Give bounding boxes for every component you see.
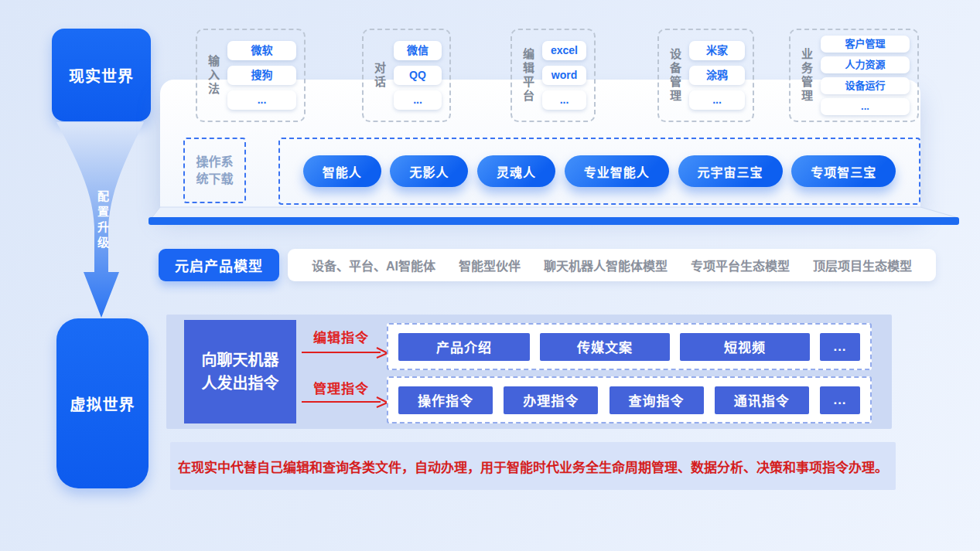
manage-command-arrow — [300, 395, 391, 409]
group-label: 对话 — [371, 62, 388, 90]
agent-pill: 灵魂人 — [477, 155, 555, 187]
group-input-method: 输入法 微软 搜狗 ... — [196, 29, 306, 122]
group-label: 设备管理 — [667, 48, 683, 104]
group-item: 米家 — [689, 41, 745, 60]
group-item: 客户管理 — [821, 36, 910, 53]
group-edit-platform: 编辑平台 excel word ... — [510, 29, 596, 122]
group-item: 微软 — [227, 41, 296, 60]
command-panel: 向聊天机器 人发出指令 编辑指令 产品介绍 传媒文案 短视频 ... 管理指令 … — [166, 315, 892, 429]
product-model-item: 智能型伙伴 — [459, 256, 521, 274]
real-world-box: 现实世界 — [52, 29, 151, 121]
group-item-more: ... — [394, 90, 442, 110]
agents-container: 智能人 无影人 灵魂人 专业智能人 元宇宙三宝 专项智三宝 — [278, 138, 920, 205]
target-button-more: ... — [820, 333, 860, 361]
edit-targets-box: 产品介绍 传媒文案 短视频 ... — [387, 323, 872, 370]
group-device-management: 设备管理 米家 涂鸦 ... — [657, 29, 754, 122]
target-button: 通讯指令 — [715, 386, 809, 414]
footer-note: 在现实中代替自己编辑和查询各类文件，自动办理，用于智能时代业务全生命周期管理、数… — [170, 442, 896, 490]
group-item: 微信 — [394, 41, 442, 60]
product-model-item: 聊天机器人智能体模型 — [544, 256, 668, 274]
group-item: 涂鸦 — [689, 66, 745, 85]
group-item: QQ — [394, 66, 442, 85]
manage-targets-box: 操作指令 办理指令 查询指令 通讯指令 ... — [387, 376, 872, 423]
upgrade-label: 配置升级 — [94, 190, 111, 252]
group-item-more: ... — [821, 98, 910, 115]
group-item: 人力资源 — [821, 56, 910, 73]
group-item: excel — [542, 41, 586, 60]
group-item-more: ... — [689, 90, 745, 110]
target-button: 办理指令 — [504, 386, 598, 414]
edit-command-arrow — [300, 345, 391, 359]
virtual-world-box: 虚拟世界 — [56, 318, 149, 488]
platform-edge — [147, 206, 964, 229]
group-label: 业务管理 — [798, 48, 814, 104]
agent-pill: 元宇宙三宝 — [678, 155, 783, 187]
product-model-title: 元启产品模型 — [159, 249, 279, 281]
os-download-box: 操作系 统下载 — [183, 138, 246, 203]
target-button-more: ... — [820, 386, 860, 414]
group-item-more: ... — [227, 90, 296, 110]
product-model-item: 设备、平台、AI智能体 — [312, 256, 435, 274]
product-model-bar: 设备、平台、AI智能体 智能型伙伴 聊天机器人智能体模型 专项平台生态模型 顶层… — [288, 249, 936, 281]
product-model-item: 专项平台生态模型 — [691, 256, 790, 274]
group-label: 输入法 — [205, 55, 221, 97]
target-button: 查询指令 — [610, 386, 704, 414]
group-item: 搜狗 — [227, 66, 296, 85]
group-item: 设备运行 — [821, 77, 910, 94]
group-item: word — [542, 66, 586, 85]
group-business-management: 业务管理 客户管理 人力资源 设备运行 ... — [789, 29, 919, 122]
footer-note-text: 在现实中代替自己编辑和查询各类文件，自动办理，用于智能时代业务全生命周期管理、数… — [178, 457, 888, 476]
group-item-more: ... — [542, 90, 586, 110]
command-source-box: 向聊天机器 人发出指令 — [184, 320, 296, 423]
agent-pill: 专业智能人 — [565, 155, 669, 187]
edit-command-label: 编辑指令 — [313, 327, 369, 346]
target-button: 产品介绍 — [398, 333, 530, 361]
agent-pill: 无影人 — [390, 155, 468, 187]
agent-pill: 专项智三宝 — [791, 155, 896, 187]
agent-pill: 智能人 — [303, 155, 381, 187]
diagram-canvas: 现实世界 配置升级 虚拟世界 输入法 微软 搜狗 ... 对话 微信 QQ ..… — [0, 0, 980, 551]
target-button: 操作指令 — [398, 386, 493, 414]
target-button: 传媒文案 — [540, 333, 670, 361]
group-chat: 对话 微信 QQ ... — [362, 29, 451, 122]
group-label: 编辑平台 — [520, 48, 536, 104]
product-model-item: 顶层项目生态模型 — [813, 256, 912, 274]
target-button: 短视频 — [680, 333, 810, 361]
